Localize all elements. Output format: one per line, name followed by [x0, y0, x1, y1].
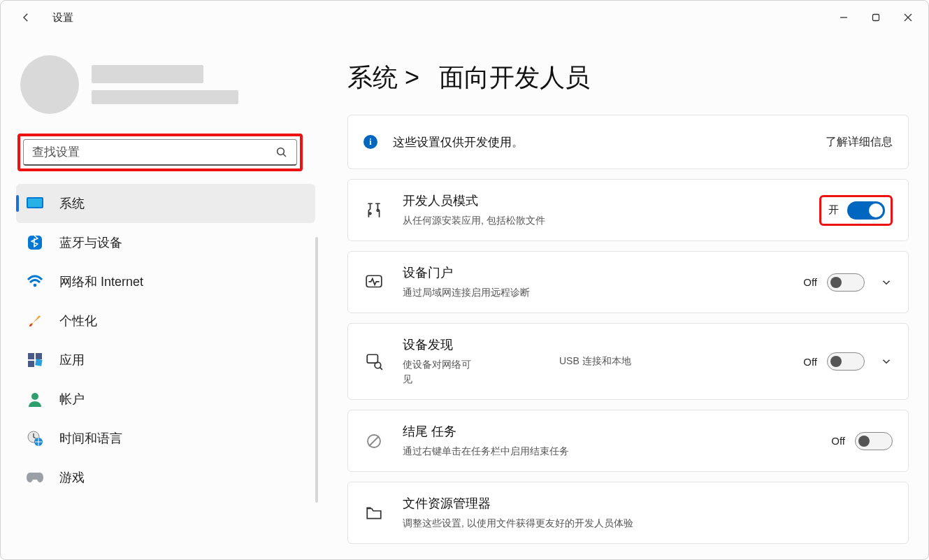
scan-icon — [363, 351, 384, 372]
sidebar-item-time-language[interactable]: 时间和语言 — [16, 419, 315, 458]
learn-more-link[interactable]: 了解详细信息 — [826, 135, 893, 150]
row-title: 开发人员模式 — [403, 192, 819, 209]
svg-line-5 — [283, 154, 286, 157]
device-discovery-toggle[interactable] — [827, 352, 865, 371]
wifi-icon — [26, 273, 44, 291]
brush-icon — [26, 312, 44, 330]
monitor-pulse-icon — [363, 272, 384, 293]
svg-line-24 — [369, 436, 379, 446]
svg-point-18 — [377, 209, 379, 211]
avatar — [20, 55, 79, 114]
toggle-state-label: Off — [803, 356, 817, 368]
gamepad-icon — [26, 468, 44, 487]
person-icon — [26, 390, 44, 408]
info-text: 这些设置仅供开发使用。 — [393, 134, 826, 150]
svg-rect-11 — [36, 353, 42, 359]
svg-point-9 — [34, 284, 37, 287]
breadcrumb: 系统 > 面向开发人员 — [347, 61, 909, 95]
sidebar-item-label: 个性化 — [59, 313, 97, 329]
row-device-portal[interactable]: 设备门户 通过局域网连接启用远程诊断 Off — [347, 251, 909, 313]
svg-line-22 — [380, 368, 382, 370]
app-title: 设置 — [52, 11, 73, 24]
row-file-explorer[interactable]: 文件资源管理器 调整这些设置, 以使用文件获得更友好的开发人员体验 — [347, 482, 909, 544]
back-button[interactable] — [16, 8, 36, 27]
row-title: 设备门户 — [403, 264, 803, 281]
svg-rect-12 — [28, 361, 34, 367]
folder-icon — [363, 503, 384, 524]
clock-globe-icon — [26, 429, 44, 447]
svg-point-14 — [31, 393, 38, 400]
apps-icon — [26, 351, 44, 369]
dev-mode-highlight: 开 — [819, 195, 893, 226]
sidebar-item-gaming[interactable]: 游戏 — [16, 458, 315, 497]
row-mid-text: USB 连接和本地 — [559, 355, 786, 368]
chevron-down-icon — [880, 355, 893, 368]
sidebar-item-label: 应用 — [59, 352, 85, 368]
row-subtitle: 从任何源安装应用, 包括松散文件 — [403, 213, 819, 228]
row-subtitle: 使设备对网络可见 — [403, 357, 480, 387]
profile-email-placeholder — [92, 90, 238, 104]
toggle-state-label: Off — [803, 276, 817, 288]
sidebar-item-label: 帐户 — [59, 391, 85, 408]
tools-icon — [363, 200, 384, 221]
sidebar-item-label: 系统 — [59, 195, 85, 212]
sidebar-item-label: 游戏 — [59, 469, 85, 486]
search-box[interactable] — [23, 139, 297, 166]
info-icon: i — [363, 135, 377, 149]
row-title: 文件资源管理器 — [403, 495, 893, 512]
row-developer-mode: 开发人员模式 从任何源安装应用, 包括松散文件 开 — [347, 179, 909, 241]
row-title: 结尾 任务 — [403, 423, 831, 440]
sidebar-item-label: 时间和语言 — [59, 430, 122, 447]
chevron-down-icon — [880, 276, 893, 289]
row-subtitle: 通过局域网连接启用远程诊断 — [403, 285, 535, 300]
profile-block[interactable] — [16, 48, 315, 131]
end-task-toggle[interactable] — [855, 432, 893, 450]
svg-rect-13 — [35, 359, 42, 366]
search-icon — [275, 146, 288, 159]
sidebar-item-apps[interactable]: 应用 — [16, 340, 315, 380]
row-device-discovery[interactable]: 设备发现 使设备对网络可见 USB 连接和本地 Off — [347, 323, 909, 400]
svg-point-17 — [369, 213, 371, 215]
maximize-button[interactable] — [860, 6, 892, 29]
sidebar-scrollbar[interactable] — [315, 237, 318, 503]
bluetooth-icon — [26, 234, 44, 252]
minimize-button[interactable] — [828, 6, 860, 29]
row-title: 设备发现 — [403, 336, 542, 353]
toggle-state-label: Off — [831, 435, 845, 447]
svg-point-21 — [375, 362, 381, 368]
toggle-state-label: 开 — [828, 203, 839, 217]
developer-mode-toggle[interactable] — [847, 201, 885, 220]
display-icon — [26, 194, 44, 213]
svg-point-4 — [278, 148, 285, 155]
svg-rect-10 — [28, 353, 34, 359]
sidebar-item-network[interactable]: 网络和 Internet — [16, 262, 315, 301]
svg-rect-1 — [873, 15, 879, 21]
search-input[interactable] — [32, 145, 275, 159]
device-portal-toggle[interactable] — [827, 273, 865, 292]
sidebar-item-label: 网络和 Internet — [59, 273, 143, 290]
page-title: 面向开发人员 — [439, 61, 590, 95]
close-button[interactable] — [892, 6, 924, 29]
block-icon — [363, 431, 384, 452]
profile-name-placeholder — [92, 65, 203, 83]
sidebar-item-accounts[interactable]: 帐户 — [16, 380, 315, 419]
row-subtitle: 调整这些设置, 以使用文件获得更友好的开发人员体验 — [403, 516, 893, 531]
row-subtitle: 通过右键单击在任务栏中启用结束任务 — [403, 444, 831, 459]
svg-rect-20 — [367, 354, 377, 363]
info-banner: i 这些设置仅供开发使用。 了解详细信息 — [347, 115, 909, 169]
search-highlight — [17, 134, 303, 171]
row-end-task: 结尾 任务 通过右键单击在任务栏中启用结束任务 Off — [347, 410, 909, 472]
sidebar-item-label: 蓝牙与设备 — [59, 234, 122, 251]
breadcrumb-part1[interactable]: 系统 > — [347, 61, 419, 95]
sidebar-item-system[interactable]: 系统 — [16, 184, 315, 223]
sidebar-item-bluetooth[interactable]: 蓝牙与设备 — [16, 223, 315, 262]
svg-rect-7 — [28, 199, 42, 207]
sidebar-item-personalization[interactable]: 个性化 — [16, 301, 315, 340]
